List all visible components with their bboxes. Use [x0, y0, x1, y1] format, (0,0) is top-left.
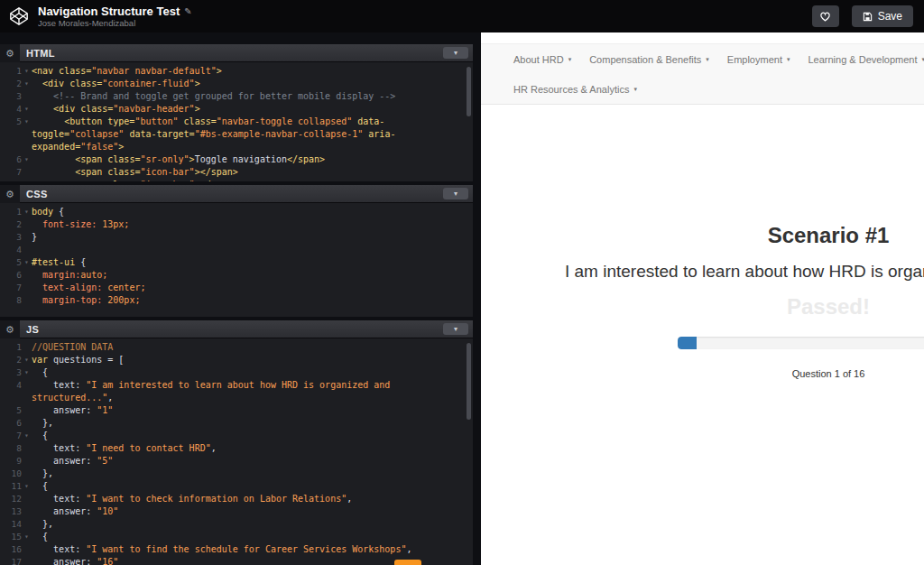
code-token: text: — [32, 443, 86, 453]
fold-spacer — [22, 269, 32, 282]
caret-down-icon: ▾ — [633, 86, 637, 93]
code-line[interactable]: 8 margin-top: 200px; — [0, 294, 473, 307]
code-line[interactable]: 2 font-size: 13px; — [0, 218, 473, 231]
code-line[interactable]: 8 text: "I need to contact HRD", — [0, 442, 473, 455]
code-token: var — [32, 355, 48, 365]
nav-link-label: Employment — [727, 54, 782, 65]
code-token: { — [32, 431, 48, 440]
nav-dropdown-employment[interactable]: Employment▾ — [718, 54, 799, 65]
fold-arrow-icon[interactable]: ▾ — [22, 354, 32, 366]
line-number: 3 — [0, 231, 22, 244]
nav-dropdown-about-hrd[interactable]: About HRD▾ — [504, 54, 580, 65]
code-token: auto; — [80, 270, 107, 280]
code-line[interactable]: 7▾ { — [0, 430, 473, 442]
nav-dropdown-learning-development[interactable]: Learning & Development▾ — [799, 54, 924, 65]
nav-dropdown-hr-resources-analytics[interactable]: HR Resources & Analytics▾ — [504, 84, 646, 95]
line-number: 2 — [0, 354, 22, 366]
fold-arrow-icon[interactable]: ▾ — [22, 480, 32, 493]
js-editor-scrollbar[interactable] — [467, 343, 471, 420]
code-token: }, — [32, 418, 53, 428]
js-settings-gear-icon[interactable]: ⚙ — [0, 320, 20, 338]
save-icon — [863, 12, 873, 22]
html-collapse-chevron-icon[interactable]: ▾ — [443, 47, 468, 59]
fold-arrow-icon[interactable]: ▾ — [22, 256, 32, 269]
fold-arrow-icon[interactable]: ▾ — [22, 366, 32, 379]
code-text: { — [32, 430, 473, 442]
edit-title-icon[interactable]: ✎ — [184, 6, 191, 16]
heart-icon — [819, 11, 831, 22]
code-line[interactable]: 16 text: "I want to find the schedule fo… — [0, 543, 473, 556]
codepen-logo-icon[interactable] — [7, 5, 31, 28]
code-line[interactable]: 6 margin:auto; — [0, 269, 473, 282]
code-line[interactable]: 15▾ { — [0, 531, 473, 543]
code-line[interactable]: 3} — [0, 231, 473, 244]
line-number: 3 — [0, 366, 22, 379]
code-text: text-align: center; — [32, 282, 473, 294]
html-panel-label: HTML — [26, 48, 55, 59]
html-code-editor[interactable]: 1▾<nav class="navbar navbar-default">2▾ … — [0, 62, 473, 181]
code-line[interactable]: 3▾ { — [0, 366, 473, 379]
code-line[interactable]: 6▾ <span class="sr-only">Toggle navigati… — [0, 153, 473, 166]
code-line[interactable]: 4 text: "I am interested to learn about … — [0, 379, 473, 404]
code-token: > — [195, 104, 200, 114]
save-button[interactable]: Save — [852, 5, 913, 27]
line-number: 2 — [0, 218, 22, 231]
code-line[interactable]: 1▾body { — [0, 206, 473, 218]
line-number: 13 — [0, 505, 22, 518]
css-collapse-chevron-icon[interactable]: ▾ — [443, 188, 468, 199]
code-token: <span class= — [32, 167, 140, 177]
code-token: "#bs-example-navbar-collapse-1" — [195, 129, 364, 139]
js-collapse-chevron-icon[interactable]: ▾ — [443, 323, 468, 335]
html-editor-scrollbar[interactable] — [467, 67, 471, 116]
code-line[interactable]: 3 <!-- Brand and toggle get grouped for … — [0, 90, 473, 103]
console-peek[interactable] — [394, 560, 421, 565]
code-line[interactable]: 10 }, — [0, 468, 473, 480]
code-line[interactable]: 2▾var questions = [ — [0, 354, 473, 366]
fold-arrow-icon[interactable]: ▾ — [22, 531, 32, 543]
code-line[interactable]: 1▾<nav class="navbar navbar-default"> — [0, 65, 473, 78]
js-code-editor[interactable]: 1//QUESTION DATA2▾var questions = [3▾ {4… — [0, 338, 473, 565]
code-line[interactable]: 4 — [0, 244, 473, 256]
code-line[interactable]: 9 answer: "5" — [0, 455, 473, 468]
code-line[interactable]: 12 text: "I want to check information on… — [0, 493, 473, 505]
fold-spacer — [22, 244, 32, 256]
quiz-content: Scenario #1 I am interested to learn abo… — [481, 223, 924, 379]
code-line[interactable]: 7 <span class="icon-bar"></span> — [0, 166, 473, 179]
fold-arrow-icon[interactable]: ▾ — [22, 103, 32, 116]
editor-column: ⚙ HTML ▾ 1▾<nav class="navbar navbar-def… — [0, 32, 481, 565]
top-header: Navigation Structure Test ✎ Jose Morales… — [0, 0, 924, 32]
like-button[interactable] — [812, 5, 839, 27]
fold-arrow-icon[interactable]: ▾ — [22, 430, 32, 442]
code-line[interactable]: 5▾ <button type="button" class="navbar-t… — [0, 116, 473, 153]
code-line[interactable]: 14 }, — [0, 518, 473, 531]
line-number: 12 — [0, 493, 22, 505]
line-number: 7 — [0, 166, 22, 179]
code-token: ></span> — [195, 180, 238, 181]
code-line[interactable]: 7 text-align: center; — [0, 282, 473, 294]
code-token: <div class= — [32, 79, 102, 88]
fold-arrow-icon[interactable]: ▾ — [22, 153, 32, 166]
code-token: { — [75, 257, 86, 267]
caret-down-icon: ▾ — [787, 56, 790, 63]
code-text: <button type="button" class="navbar-togg… — [32, 116, 473, 153]
css-code-editor[interactable]: 1▾body {2 font-size: 13px;3}45▾#test-ui … — [0, 203, 473, 317]
fold-arrow-icon[interactable]: ▾ — [22, 116, 32, 153]
code-line[interactable]: 8 <span class="icon-bar"></span> — [0, 179, 473, 181]
html-settings-gear-icon[interactable]: ⚙ — [0, 44, 20, 62]
code-line[interactable]: 5 answer: "1" — [0, 404, 473, 417]
code-line[interactable]: 6 }, — [0, 417, 473, 430]
fold-arrow-icon[interactable]: ▾ — [22, 65, 32, 78]
fold-arrow-icon[interactable]: ▾ — [22, 78, 32, 90]
code-line[interactable]: 13 answer: "10" — [0, 505, 473, 518]
fold-arrow-icon[interactable]: ▾ — [22, 206, 32, 218]
preview-navbar: About HRD▾Compensation & Benefits▾Employ… — [481, 43, 924, 105]
code-line[interactable]: 4▾ <div class="navbar-header"> — [0, 103, 473, 116]
css-settings-gear-icon[interactable]: ⚙ — [0, 185, 20, 203]
fold-spacer — [22, 90, 32, 103]
nav-dropdown-compensation-benefits[interactable]: Compensation & Benefits▾ — [580, 54, 718, 65]
code-line[interactable]: 2▾ <div class="container-fluid"> — [0, 78, 473, 90]
line-number: 3 — [0, 90, 22, 103]
code-line[interactable]: 5▾#test-ui { — [0, 256, 473, 269]
code-line[interactable]: 1//QUESTION DATA — [0, 341, 473, 354]
code-line[interactable]: 11▾ { — [0, 480, 473, 493]
